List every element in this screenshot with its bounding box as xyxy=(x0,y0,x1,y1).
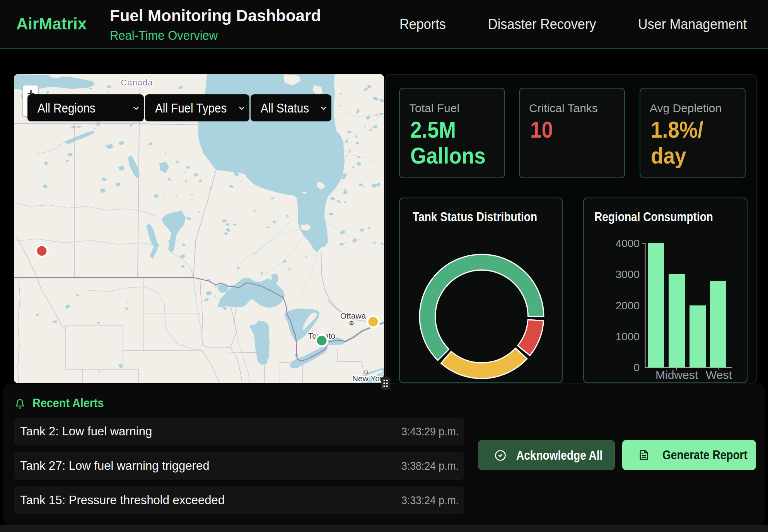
svg-text:Midwest: Midwest xyxy=(655,368,698,381)
svg-text:Canada: Canada xyxy=(121,78,153,87)
svg-text:3000: 3000 xyxy=(616,268,640,280)
svg-text:1000: 1000 xyxy=(616,331,640,343)
svg-text:New York: New York xyxy=(352,374,384,383)
svg-text:4000: 4000 xyxy=(616,237,640,249)
svg-text:0: 0 xyxy=(633,361,640,373)
svg-text:Ottawa: Ottawa xyxy=(340,311,366,320)
svg-text:2000: 2000 xyxy=(616,300,640,312)
svg-text:West: West xyxy=(706,368,732,381)
